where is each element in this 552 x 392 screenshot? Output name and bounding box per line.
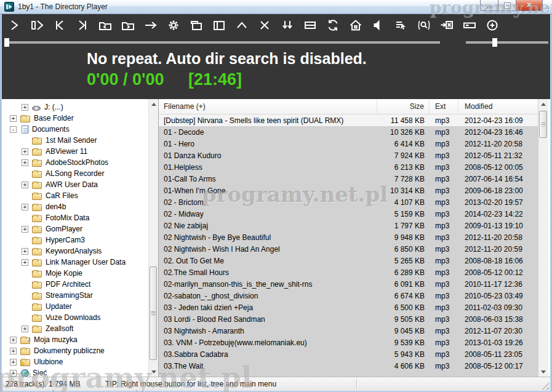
list-row[interactable]: 01 Danza Kuduro7 924 KBmp32012-05-11 21:… (159, 150, 538, 161)
scroll-up-icon[interactable] (149, 99, 158, 109)
expand-icon[interactable]: + (10, 359, 17, 366)
expand-icon[interactable]: + (22, 259, 28, 266)
tree-item[interactable]: +GomPlayer (2, 223, 148, 234)
close-button[interactable]: ✕ (516, 0, 543, 11)
list-row[interactable]: 03.The Wait4 606 KBmp32008-05-12 00:17 (159, 360, 538, 372)
expand-icon[interactable]: + (22, 104, 28, 111)
list-row[interactable]: 02 Nightwish - Wish I Had An Angel6 850 … (159, 243, 538, 255)
list-row[interactable]: 02-marilyn_manson-this_is_the_new_shit-r… (159, 278, 538, 290)
scroll-down-icon[interactable] (149, 367, 158, 377)
list-row[interactable]: 02.The Small Hours6 289 KBmp32008-05-12 … (159, 266, 538, 278)
dir-previous-icon[interactable] (98, 18, 113, 33)
volume-slider[interactable] (466, 41, 548, 44)
list-menu-cursor-icon[interactable] (394, 18, 409, 33)
continue-arrow-icon[interactable] (143, 18, 158, 33)
tree-item[interactable]: +Base Folder (2, 113, 148, 124)
tree-item[interactable]: +Ulubione (2, 356, 148, 367)
expand-icon[interactable]: + (22, 248, 28, 255)
list-row[interactable]: [Dubstep] Nirvana - Smells like teen spi… (159, 114, 538, 126)
window-left-panel-icon[interactable] (212, 18, 226, 33)
volume-speaker-icon[interactable] (371, 18, 386, 33)
tree-item[interactable]: Vuze Downloads (2, 312, 148, 323)
expand-icon[interactable]: + (10, 370, 17, 377)
list-row[interactable]: 03 Nightwish - Amaranth9 045 KBmp32012-1… (159, 325, 538, 337)
list-row[interactable]: 01 - Decode10 326 KBmp32012-04-23 16:46 (159, 126, 538, 138)
dir-next-icon[interactable] (121, 18, 135, 33)
tree-item[interactable]: StreamingStar (2, 290, 148, 301)
expand-icon[interactable]: + (22, 204, 28, 210)
close-x-icon[interactable] (257, 18, 272, 33)
tree-item[interactable]: HyperCam3 (2, 234, 148, 246)
list-row[interactable]: 01.Helpless6 213 KBmp32008-05-12 00:05 (159, 161, 538, 173)
window-top-panel-icon[interactable] (189, 18, 204, 33)
volume-handle[interactable] (492, 38, 497, 47)
list-row[interactable]: 01 - Hero6 414 KBmp32012-11-20 20:58 (159, 138, 538, 150)
list-row[interactable]: 02 - Midway5 159 KBmp32014-02-23 14:22 (159, 208, 538, 220)
tree-item[interactable]: +Link Manager User Data (2, 257, 148, 268)
resize-grip[interactable] (541, 382, 549, 390)
home-icon[interactable] (348, 18, 363, 33)
tree-item[interactable]: FotoMix Data (2, 212, 148, 223)
column-header-filename[interactable]: Filename (+) (159, 99, 377, 114)
scroll-down-icon[interactable] (280, 18, 295, 33)
tree-item[interactable]: Moje Kopie (2, 268, 148, 279)
list-row[interactable]: 03. VNM - Potrzebuję(www.melomaniak.eu)9… (159, 337, 538, 348)
play-icon[interactable] (7, 18, 22, 33)
tree-scroll-thumb[interactable] (150, 266, 157, 360)
go-first-icon[interactable] (52, 18, 67, 33)
list-row[interactable]: 01-When I'm Gone10 314 KBmp32009-06-18 2… (159, 185, 538, 196)
list-row[interactable]: 03 Lordi - Blood Red Sandman9 505 KBmp32… (159, 313, 538, 325)
tree-item[interactable]: +Dokumenty publiczne (2, 345, 148, 356)
tree-item[interactable]: +den4b (2, 201, 148, 212)
goto-exit-icon[interactable] (439, 18, 454, 33)
add-plus-icon[interactable] (485, 18, 500, 33)
settings-gear-icon[interactable] (166, 18, 181, 33)
expand-icon[interactable]: + (22, 226, 28, 233)
minimize-button[interactable] (480, 0, 498, 11)
split-horizontal-icon[interactable] (303, 18, 318, 33)
expand-icon[interactable]: + (22, 148, 28, 155)
list-row[interactable]: 02 - Brictom4 107 KBmp32013-02-20 19:57 (159, 196, 538, 208)
expand-icon[interactable]: + (10, 348, 17, 354)
tree-item[interactable]: Updater (2, 301, 148, 312)
mini-player-icon[interactable] (462, 18, 477, 33)
list-row[interactable]: 02-sabaton_-_ghost_division6 674 KBmp320… (159, 290, 538, 302)
expand-icon[interactable]: + (22, 326, 28, 332)
expand-icon[interactable]: + (10, 337, 17, 343)
tree-item[interactable]: 1st Mail Sender (2, 135, 148, 146)
tree-scrollbar[interactable] (148, 99, 158, 377)
list-row[interactable]: 03 - Jeden taki dzień +Peja6 500 KBmp320… (159, 302, 538, 313)
go-last-icon[interactable] (75, 18, 90, 33)
column-header-modified[interactable]: Modified (458, 99, 538, 114)
list-row[interactable]: 03.Sabbra Cadabra5 943 KBmp32008-05-11 2… (159, 348, 538, 360)
list-scrollbar[interactable] (538, 99, 548, 377)
tree-item[interactable]: +KeywordAnalysis (2, 246, 148, 257)
list-row[interactable]: 02. Out To Get Me5 265 KBmp32008-08-18 1… (159, 255, 538, 266)
tree-item[interactable]: +Moja muzyka (2, 334, 148, 345)
refresh-icon[interactable] (326, 18, 340, 33)
seek-slider[interactable] (6, 41, 440, 44)
scroll-down-icon[interactable] (538, 367, 548, 377)
maximize-button[interactable] (498, 0, 516, 11)
expand-icon[interactable]: + (22, 182, 28, 188)
list-row[interactable]: 02 Nie zabijaj1 797 KBmp32009-01-13 19:1… (159, 220, 538, 231)
tree-item[interactable]: +ABViewer 11 (2, 146, 148, 157)
tree-item[interactable]: CaR Files (2, 190, 148, 201)
tree-item[interactable]: +AWR User Data (2, 179, 148, 190)
tree-item[interactable]: +Sieć (2, 367, 148, 377)
collapse-up-icon[interactable] (234, 18, 249, 33)
column-header-ext[interactable]: Ext (430, 99, 458, 114)
tree-item[interactable]: -Documents (2, 124, 148, 135)
expand-icon[interactable]: + (22, 159, 28, 166)
list-row[interactable]: 02 Nightwish - Bye Bye Beautiful9 948 KB… (159, 231, 538, 243)
collapse-icon[interactable]: - (10, 126, 17, 133)
list-row[interactable]: 01-Call To Arms7 728 KBmp32007-06-14 16:… (159, 173, 538, 185)
scroll-up-icon[interactable] (538, 99, 548, 109)
seek-handle[interactable] (4, 38, 9, 47)
tree-item[interactable]: PDF Architect (2, 279, 148, 290)
tree-item[interactable]: +AdobeStockPhotos (2, 157, 148, 168)
window-titlebar[interactable]: 1by1 - The Directory Player (0, 0, 552, 14)
expand-icon[interactable]: + (10, 115, 17, 122)
tree-item[interactable]: +Zeallsoft (2, 323, 148, 334)
tree-item[interactable]: +J: (...) (2, 102, 148, 113)
